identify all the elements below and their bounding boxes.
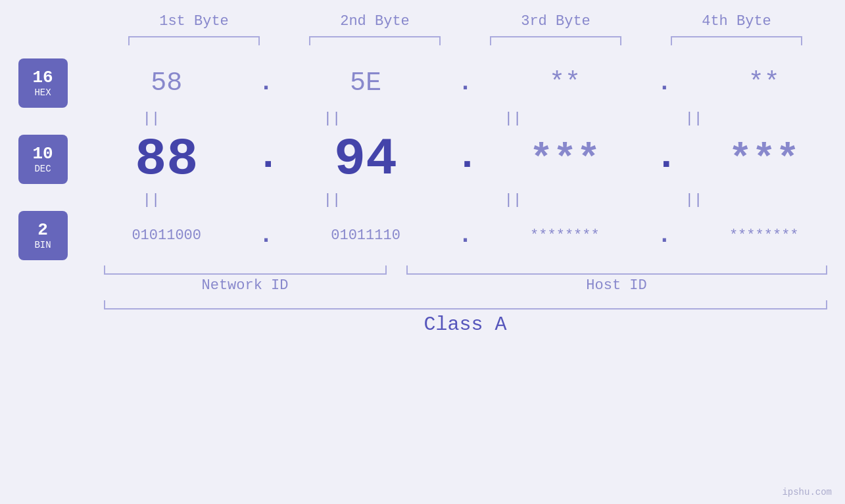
eq2-2: ||: [260, 192, 404, 208]
dec-val-4: ***: [692, 137, 836, 182]
bracket-host: [406, 265, 827, 275]
hex-badge-label: HEX: [34, 87, 51, 98]
bin-val-3: ********: [493, 227, 637, 244]
eq1-4: ||: [621, 110, 766, 127]
host-id-label: Host ID: [406, 277, 827, 294]
dec-badge-number: 10: [32, 145, 53, 164]
bin-badge-number: 2: [37, 221, 48, 240]
dec-val-1: 88: [94, 129, 239, 189]
equals-row-2: || || || ||: [61, 192, 785, 208]
hex-val-4: **: [692, 68, 836, 98]
network-id-label: Network ID: [104, 277, 387, 294]
bin-badge-col: 2 BIN: [0, 211, 85, 260]
hex-badge: 16 HEX: [18, 58, 68, 108]
dec-badge: 10 DEC: [18, 135, 68, 184]
class-row: Class A: [104, 313, 827, 336]
equals-row-1: || || || ||: [61, 110, 785, 127]
dec-row: 10 DEC 88 . 94 . *** . ***: [0, 129, 845, 189]
hex-values-row: 58 . 5E . ** . **: [85, 68, 845, 98]
class-label: Class A: [423, 313, 506, 336]
top-bracket-row: [104, 36, 827, 45]
bottom-brackets-row: [104, 265, 827, 275]
dec-dot-3: .: [654, 134, 674, 185]
eq1-1: ||: [79, 110, 224, 127]
header-byte2: 2nd Byte: [302, 13, 447, 30]
hex-badge-col: 16 HEX: [0, 58, 85, 108]
dec-val-2: 94: [293, 129, 438, 189]
bracket-top-3: [490, 36, 621, 45]
eq2-3: ||: [441, 192, 585, 208]
dec-badge-label: DEC: [34, 164, 51, 174]
hex-val-2: 5E: [293, 68, 438, 98]
bracket-gap: [387, 265, 406, 275]
hex-dot-1: .: [256, 70, 276, 97]
eq2-4: ||: [621, 192, 766, 208]
header-byte4: 4th Byte: [664, 13, 809, 30]
hex-row: 16 HEX 58 . 5E . ** . **: [0, 58, 845, 108]
bracket-network: [104, 265, 387, 275]
bracket-top-1: [128, 36, 260, 45]
hex-val-3: **: [493, 68, 637, 98]
bin-val-2: 01011110: [293, 227, 438, 244]
bin-values-row: 01011000 . 01011110 . ******** . *******…: [85, 222, 845, 249]
bin-row: 2 BIN 01011000 . 01011110 . ******** . *…: [0, 211, 845, 260]
dec-badge-col: 10 DEC: [0, 135, 85, 184]
header-byte3: 3rd Byte: [483, 13, 628, 30]
label-gap: [387, 277, 406, 294]
bin-val-4: ********: [692, 227, 836, 244]
hex-val-1: 58: [94, 68, 239, 98]
dec-values-row: 88 . 94 . *** . ***: [85, 129, 845, 189]
dec-dot-1: .: [256, 134, 276, 185]
eq1-3: ||: [441, 110, 585, 127]
outer-bracket-row: [104, 300, 827, 309]
bin-badge-label: BIN: [34, 240, 51, 250]
hex-badge-number: 16: [32, 68, 53, 87]
hex-dot-2: .: [455, 70, 475, 97]
bin-val-1: 01011000: [94, 227, 239, 244]
watermark: ipshu.com: [782, 487, 832, 497]
id-labels-row: Network ID Host ID: [104, 277, 827, 294]
byte-headers-row: 1st Byte 2nd Byte 3rd Byte 4th Byte: [104, 13, 827, 30]
main-container: 1st Byte 2nd Byte 3rd Byte 4th Byte 16 H…: [0, 0, 845, 504]
outer-bracket: [104, 300, 827, 309]
bin-badge: 2 BIN: [18, 211, 68, 260]
dec-val-3: ***: [493, 137, 637, 182]
eq1-2: ||: [260, 110, 404, 127]
eq2-1: ||: [79, 192, 224, 208]
header-byte1: 1st Byte: [122, 13, 266, 30]
dec-dot-2: .: [455, 134, 475, 185]
bracket-top-2: [309, 36, 441, 45]
bin-dot-2: .: [455, 222, 475, 249]
bin-dot-1: .: [256, 222, 276, 249]
bracket-top-4: [671, 36, 802, 45]
bin-dot-3: .: [654, 222, 674, 249]
hex-dot-3: .: [654, 70, 674, 97]
